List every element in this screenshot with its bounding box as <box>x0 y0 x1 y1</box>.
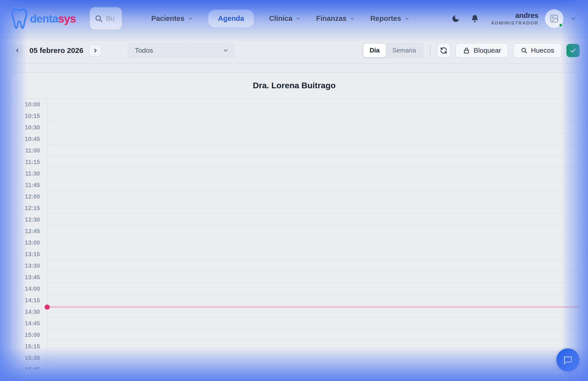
time-row: 11:00 <box>10 145 578 156</box>
avatar[interactable] <box>545 9 564 28</box>
time-row: 13:00 <box>10 237 578 248</box>
user-role: ADMINISTRADOR <box>491 20 539 26</box>
appointment-slot[interactable] <box>47 364 578 369</box>
prev-day-button[interactable] <box>11 44 23 57</box>
view-toggle: Día Semana <box>362 43 424 58</box>
time-row: 14:00 <box>10 283 578 294</box>
time-label: 13:45 <box>10 271 47 283</box>
nav-item-clinica[interactable]: Clínica <box>269 15 301 22</box>
time-label: 11:15 <box>10 156 47 168</box>
time-row: 11:15 <box>10 156 578 168</box>
confirm-button[interactable] <box>567 44 580 57</box>
time-label: 15:45 <box>10 364 47 369</box>
refresh-icon <box>440 46 448 54</box>
time-row: 13:45 <box>10 271 578 283</box>
image-placeholder-icon <box>549 14 559 23</box>
appointment-slot[interactable] <box>47 306 578 317</box>
appointment-slot[interactable] <box>47 352 578 364</box>
appointment-slot[interactable] <box>47 340 578 352</box>
agenda-card: Dra. Lorena Buitrago 10:00 10:15 10:30 1… <box>10 72 579 369</box>
appointment-slot[interactable] <box>47 294 578 306</box>
time-label: 11:00 <box>10 145 47 156</box>
appointment-slot[interactable] <box>47 237 578 248</box>
time-label: 10:00 <box>10 99 47 110</box>
next-day-button[interactable] <box>89 44 102 57</box>
chevron-down-icon <box>222 47 229 54</box>
time-label: 14:30 <box>10 306 47 317</box>
time-row: 13:30 <box>10 260 578 271</box>
appointment-slot[interactable] <box>47 283 578 294</box>
appointment-slot[interactable] <box>47 110 578 122</box>
time-row: 10:00 <box>10 99 578 110</box>
agenda-toolbar: 05 febrero 2026 Todos Día Semana <box>0 37 588 64</box>
view-day-tab[interactable]: Día <box>363 44 386 57</box>
time-label: 10:30 <box>10 122 47 133</box>
appointment-slot[interactable] <box>47 156 578 168</box>
time-row: 10:45 <box>10 133 578 145</box>
time-row: 14:15 <box>10 294 578 306</box>
search-input[interactable] <box>106 15 117 22</box>
view-week-tab[interactable]: Semana <box>386 44 422 57</box>
time-row: 12:45 <box>10 225 578 237</box>
user-info: andres ADMINISTRADOR <box>491 12 539 26</box>
appointment-slot[interactable] <box>47 248 578 260</box>
appointment-slot[interactable] <box>47 179 578 191</box>
appointment-slot[interactable] <box>47 214 578 225</box>
appointment-slot[interactable] <box>47 317 578 329</box>
doctor-filter-select[interactable]: Todos <box>127 43 235 58</box>
time-row: 11:45 <box>10 179 578 191</box>
gaps-button[interactable]: Huecos <box>513 43 562 58</box>
appointment-slot[interactable] <box>47 271 578 283</box>
time-row: 14:30 <box>10 306 578 317</box>
toolbar-divider <box>430 45 430 56</box>
time-label: 13:15 <box>10 248 47 260</box>
main-nav: Pacientes Agenda Clínica Finanzas Report… <box>151 10 410 27</box>
time-row: 12:30 <box>10 214 578 225</box>
time-label: 12:15 <box>10 202 47 214</box>
appointment-slot[interactable] <box>47 168 578 179</box>
time-row: 11:30 <box>10 168 578 179</box>
nav-item-reportes[interactable]: Reportes <box>370 15 410 22</box>
time-grid: 10:00 10:15 10:30 10:45 11:00 11:15 11:3… <box>10 99 578 369</box>
time-label: 10:45 <box>10 133 47 145</box>
appointment-slot[interactable] <box>47 122 578 133</box>
time-label: 13:30 <box>10 260 47 271</box>
time-label: 15:30 <box>10 352 47 364</box>
chevron-down-icon <box>404 16 410 21</box>
appointment-slot[interactable] <box>47 225 578 237</box>
appointment-slot[interactable] <box>47 260 578 271</box>
appointment-slot[interactable] <box>47 133 578 145</box>
nav-item-pacientes[interactable]: Pacientes <box>151 15 193 22</box>
block-button[interactable]: Bloquear <box>456 43 508 58</box>
current-time-line <box>47 307 578 308</box>
nav-item-finanzas[interactable]: Finanzas <box>316 15 355 22</box>
user-menu-chevron-icon[interactable] <box>570 15 577 22</box>
time-row: 15:45 <box>10 364 578 369</box>
moon-icon[interactable] <box>451 14 460 23</box>
tooth-icon <box>11 8 27 29</box>
chevron-down-icon <box>188 16 193 21</box>
appointment-slot[interactable] <box>47 145 578 156</box>
current-date: 05 febrero 2026 <box>29 46 83 55</box>
bell-icon[interactable] <box>470 14 479 23</box>
time-label: 11:30 <box>10 168 47 179</box>
appointment-slot[interactable] <box>47 202 578 214</box>
app-logo: dentasys <box>11 8 76 29</box>
doctor-column-header: Dra. Lorena Buitrago <box>10 73 578 99</box>
time-label: 11:45 <box>10 179 47 191</box>
time-label: 12:30 <box>10 214 47 225</box>
search-box[interactable] <box>89 7 122 30</box>
time-row: 15:00 <box>10 329 578 340</box>
lock-icon <box>463 47 470 54</box>
chat-button[interactable] <box>556 348 579 371</box>
appointment-slot[interactable] <box>47 329 578 340</box>
time-row: 15:30 <box>10 352 578 364</box>
appointment-slot[interactable] <box>47 191 578 202</box>
time-row: 10:30 <box>10 122 578 133</box>
online-status-badge <box>559 23 563 27</box>
appointment-slot[interactable] <box>47 99 578 110</box>
nav-item-agenda[interactable]: Agenda <box>208 10 254 27</box>
app-title: dentasys <box>30 12 76 25</box>
refresh-button[interactable] <box>437 43 451 58</box>
time-label: 10:15 <box>10 110 47 122</box>
